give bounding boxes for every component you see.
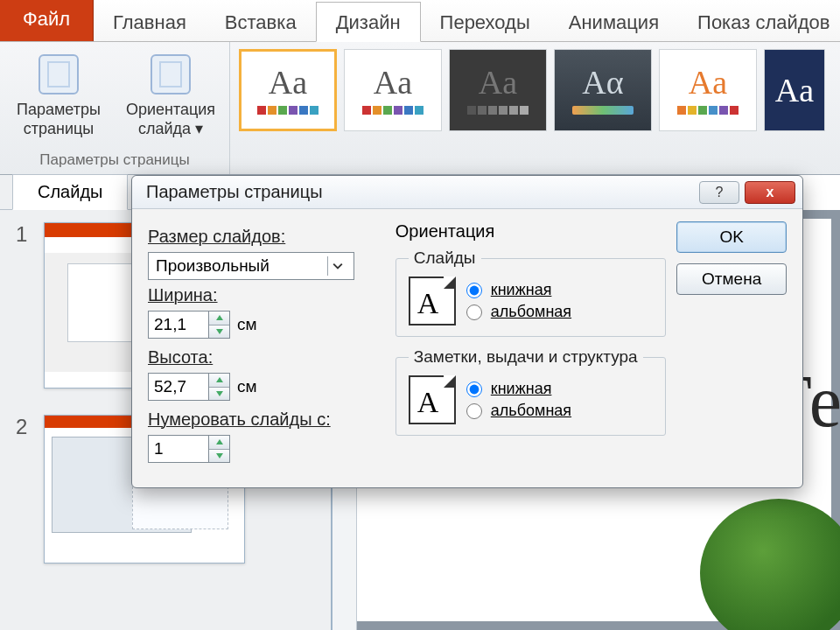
ribbon: Параметры страницы Ориентация слайда ▾ П… [0,42,840,175]
width-label: Ширина: [148,285,385,305]
page-setup-dialog: Параметры страницы ? x Размер слайдов: П… [131,175,803,488]
page-setup-icon [38,54,79,94]
ribbon-tabs: Файл Главная Вставка Дизайн Переходы Ани… [0,0,840,42]
theme-6[interactable]: Aa [764,49,825,131]
slide-number: 1 [16,222,32,388]
slide-size-select[interactable]: Произвольный [148,252,354,280]
portrait-page-icon: A [409,276,456,326]
theme-swatches [362,106,424,115]
notes-portrait-radio[interactable]: книжная [466,380,571,398]
height-label: Высота: [148,347,385,368]
slides-orientation-group: Слайды A книжная альбомная [396,248,666,337]
theme-swatches [677,106,738,115]
spinner-up-icon[interactable] [209,374,229,387]
width-spinner[interactable] [148,311,230,339]
cancel-button[interactable]: Отмена [676,263,787,295]
radio-label: книжная [491,380,552,398]
width-input[interactable] [148,311,209,339]
slides-legend: Слайды [409,248,481,268]
slide-orientation-label: Ориентация слайда ▾ [126,100,215,138]
ok-button[interactable]: OK [676,221,787,253]
page-setup-label: Параметры страницы [17,100,101,138]
height-spinner[interactable] [148,373,230,401]
tab-transitions[interactable]: Переходы [421,3,550,41]
slide-orientation-button[interactable]: Ориентация слайда ▾ [122,49,219,148]
theme-swatches [257,106,318,115]
tab-animation[interactable]: Анимация [550,3,678,41]
close-button[interactable]: x [745,181,795,204]
number-from-spinner[interactable] [148,435,230,463]
notes-legend: Заметки, выдачи и структура [409,347,643,367]
themes-gallery: Aa Aa Aa Aα Aa Aa [230,42,834,174]
spinner-down-icon[interactable] [209,325,229,339]
radio-label: книжная [491,281,552,299]
height-unit: см [237,377,257,396]
theme-sample-text: Aa [775,74,814,107]
theme-2[interactable]: Aa [344,49,442,131]
radio-label: альбомная [491,402,571,420]
notes-landscape-radio[interactable]: альбомная [466,402,571,420]
tab-slideshow[interactable]: Показ слайдов [678,3,840,41]
spinner-down-icon[interactable] [209,449,229,463]
tab-design[interactable]: Дизайн [316,2,421,42]
portrait-page-icon: A [409,375,456,424]
theme-5[interactable]: Aa [659,49,757,131]
theme-swatches [467,106,528,115]
chevron-down-icon [327,256,346,276]
orientation-heading: Ориентация [396,221,666,242]
theme-sample-text: Aa [479,66,517,99]
theme-sample-text: Aa [269,66,307,99]
slide-size-label: Размер слайдов: [148,227,385,247]
theme-4[interactable]: Aα [554,49,652,131]
dialog-title: Параметры страницы [146,182,694,202]
orientation-icon [150,54,191,94]
width-unit: см [237,315,257,334]
theme-3[interactable]: Aa [449,49,547,131]
slides-portrait-radio[interactable]: книжная [466,281,571,299]
radio-label: альбомная [491,303,571,321]
height-input[interactable] [148,373,209,401]
theme-sample-text: Aa [689,66,727,99]
number-from-label: Нумеровать слайды с: [148,410,385,430]
tab-insert[interactable]: Вставка [206,3,316,41]
dialog-titlebar[interactable]: Параметры страницы ? x [132,176,802,209]
spinner-down-icon[interactable] [209,387,229,401]
tab-home[interactable]: Главная [94,3,206,41]
spinner-up-icon[interactable] [209,312,229,325]
theme-1[interactable]: Aa [239,49,337,131]
slides-tab[interactable]: Слайды [12,174,128,210]
tab-file[interactable]: Файл [0,0,94,41]
number-from-input[interactable] [148,435,209,463]
theme-sample-text: Aα [582,66,623,99]
ribbon-group-label: Параметры страницы [10,148,219,174]
slides-landscape-radio[interactable]: альбомная [466,303,571,321]
notes-orientation-group: Заметки, выдачи и структура A книжная ал… [396,347,666,436]
theme-sample-text: Aa [374,66,412,99]
slide-size-value: Произвольный [156,256,270,276]
page-setup-button[interactable]: Параметры страницы [10,49,107,148]
help-button[interactable]: ? [699,181,739,204]
slide-number: 2 [16,415,32,564]
spinner-up-icon[interactable] [209,436,229,449]
ribbon-group-page-setup: Параметры страницы Ориентация слайда ▾ П… [0,42,230,174]
theme-accent-bar [572,106,634,115]
